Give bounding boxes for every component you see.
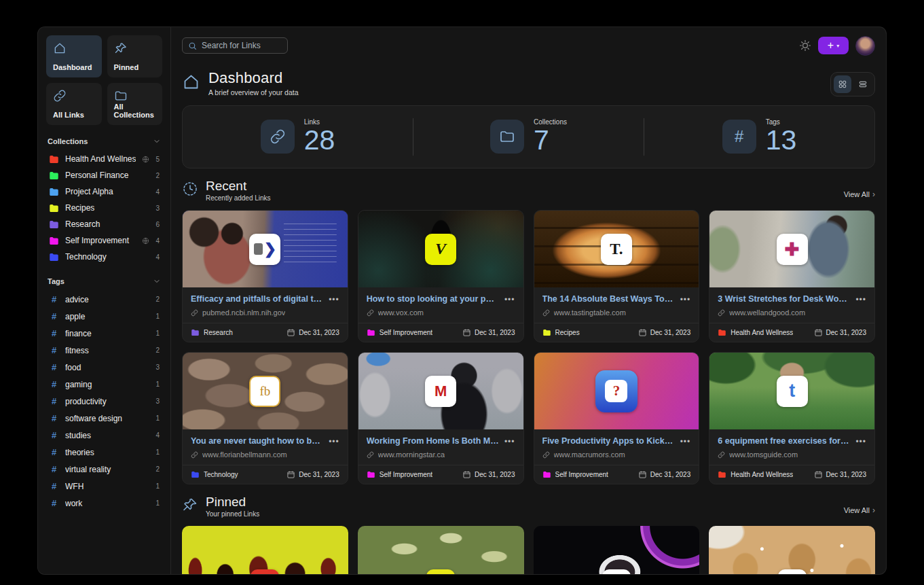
card-menu-button[interactable]: ••• [504, 436, 515, 446]
section-subtitle: Your pinned Links [206, 510, 259, 518]
card-date: Dec 31, 2023 [475, 471, 515, 478]
tag-item-food[interactable]: #food3 [46, 359, 162, 376]
list-view-button[interactable] [854, 75, 872, 93]
card-date: Dec 31, 2023 [826, 471, 867, 478]
card-menu-button[interactable]: ••• [329, 294, 339, 304]
hash-icon: # [49, 294, 59, 304]
link-card-macrumors[interactable]: ? Five Productivity Apps to Kick-Start t… [534, 352, 700, 484]
link-card-pubmed[interactable]: ❯ Efficacy and pitfalls of digital techn… [182, 210, 348, 342]
link-title[interactable]: 3 Wrist Stretches for Desk Workers to D.… [718, 294, 850, 304]
collection-item-project-alpha[interactable]: Project Alpha 4 [46, 183, 162, 200]
tag-item-advice[interactable]: #advice2 [46, 291, 162, 308]
sidebar-item-all-collections[interactable]: All Collections [107, 83, 163, 125]
folder-icon [367, 471, 375, 478]
sun-icon [799, 39, 811, 52]
recent-view-all-link[interactable]: View All› [844, 190, 875, 202]
tag-count: 3 [155, 397, 160, 405]
hash-icon: # [49, 379, 59, 389]
chevron-down-icon [153, 277, 161, 285]
grid-view-button[interactable] [834, 75, 851, 93]
section-subtitle: Recently added Links [206, 194, 271, 202]
card-menu-button[interactable]: ••• [855, 436, 866, 446]
tag-item-software-design[interactable]: #software design1 [46, 410, 162, 427]
link-title[interactable]: Efficacy and pitfalls of digital technol… [191, 294, 323, 304]
pinned-card-3[interactable] [534, 526, 700, 574]
card-menu-button[interactable]: ••• [855, 294, 866, 304]
sidebar-nav: Dashboard Pinned All Links All Collectio… [46, 35, 162, 125]
card-menu-button[interactable]: ••• [680, 436, 691, 446]
tag-item-studies[interactable]: #studies4 [46, 427, 162, 444]
folder-icon [367, 329, 375, 336]
hash-icon: # [49, 498, 59, 508]
link-preview-image: V [358, 211, 523, 287]
tag-count: 1 [155, 313, 160, 320]
link-card-tomsguide[interactable]: t 6 equipment free exercises for sculpti… [709, 352, 875, 484]
stat-value: 7 [534, 126, 567, 155]
main-content: Search for Links + ▾ Dashboard A brief o… [171, 27, 886, 574]
home-icon [53, 41, 67, 55]
search-input[interactable]: Search for Links [182, 37, 288, 54]
calendar-icon [287, 328, 295, 337]
topbar: Search for Links + ▾ [182, 36, 875, 55]
app-window: Dashboard Pinned All Links All Collectio… [38, 27, 886, 574]
collection-item-technology[interactable]: Technology 4 [46, 249, 162, 265]
tag-item-work[interactable]: #work1 [46, 495, 162, 512]
tag-item-finance[interactable]: #finance1 [46, 325, 162, 342]
link-icon [191, 309, 198, 317]
link-title[interactable]: Five Productivity Apps to Kick-Start the… [542, 436, 675, 446]
card-menu-button[interactable]: ••• [504, 294, 515, 304]
link-url: www.wellandgood.com [729, 308, 805, 317]
link-card-vox[interactable]: V How to stop looking at your phone - Vo… [358, 210, 524, 342]
collection-item-research[interactable]: Research 6 [46, 216, 162, 232]
link-title[interactable]: You are never taught how to build qualit… [191, 436, 323, 446]
pinned-view-all-link[interactable]: View All› [844, 506, 875, 518]
add-new-button[interactable]: + ▾ [818, 37, 849, 54]
site-logo-icon [426, 569, 455, 574]
site-logo-icon [778, 569, 807, 574]
link-title[interactable]: How to stop looking at your phone - Vox [367, 294, 499, 304]
card-collection: Health And Wellness [731, 471, 793, 478]
section-title: Pinned [206, 495, 259, 510]
link-title[interactable]: 6 equipment free exercises for sculpting… [718, 436, 850, 446]
home-icon [182, 73, 200, 91]
collection-item-recipes[interactable]: Recipes 3 [46, 200, 162, 216]
pinned-card-4[interactable] [709, 526, 875, 574]
collections-section-header[interactable]: Collections [48, 137, 161, 145]
link-card-morningstar[interactable]: M Working From Home Is Both More and L..… [358, 352, 524, 484]
card-date: Dec 31, 2023 [650, 471, 691, 478]
link-title[interactable]: Working From Home Is Both More and L... [367, 436, 499, 446]
sidebar-item-dashboard[interactable]: Dashboard [46, 35, 102, 77]
tag-item-productivity[interactable]: #productivity3 [46, 393, 162, 410]
card-menu-button[interactable]: ••• [680, 294, 691, 304]
collection-item-self-improvement[interactable]: Self Improvement 4 [46, 232, 162, 249]
pinned-card-2[interactable] [358, 526, 524, 574]
theme-toggle-button[interactable] [799, 39, 811, 52]
card-menu-button[interactable]: ••• [329, 436, 339, 446]
collection-item-personal-finance[interactable]: Personal Finance 2 [46, 167, 162, 183]
tag-item-wfh[interactable]: #WFH1 [46, 478, 162, 495]
link-card-tastingtable[interactable]: T. The 14 Absolute Best Ways To Elevate … [534, 210, 700, 342]
collections-header-label: Collections [48, 137, 88, 145]
link-preview-image: ❯ [183, 211, 348, 287]
sidebar-item-all-links[interactable]: All Links [46, 83, 102, 125]
tag-item-theories[interactable]: #theories1 [46, 444, 162, 461]
tag-item-fitness[interactable]: #fitness2 [46, 342, 162, 359]
collection-item-health-and-wellness[interactable]: Health And Wellness 5 [46, 151, 162, 167]
tag-item-virtual-reality[interactable]: #virtual reality2 [46, 461, 162, 478]
wellandgood-logo-icon: ✚ [777, 234, 808, 265]
folder-icon [49, 253, 59, 262]
tags-section-header[interactable]: Tags [48, 277, 161, 285]
link-icon [270, 128, 286, 145]
link-card-florianbellmann[interactable]: fb You are never taught how to build qua… [182, 352, 348, 484]
link-icon [542, 451, 550, 459]
stat-links: Links 28 [183, 118, 413, 155]
avatar[interactable] [855, 36, 875, 56]
collection-count: 6 [155, 221, 160, 228]
pinned-card-1[interactable] [182, 526, 348, 574]
tag-item-apple[interactable]: #apple1 [46, 308, 162, 325]
tag-item-gaming[interactable]: #gaming1 [46, 376, 162, 393]
florianbellmann-logo-icon: fb [249, 376, 280, 407]
link-card-wellandgood[interactable]: ✚ 3 Wrist Stretches for Desk Workers to … [709, 210, 875, 342]
link-title[interactable]: The 14 Absolute Best Ways To Elevate Fr.… [542, 294, 675, 304]
sidebar-item-pinned[interactable]: Pinned [107, 35, 163, 77]
